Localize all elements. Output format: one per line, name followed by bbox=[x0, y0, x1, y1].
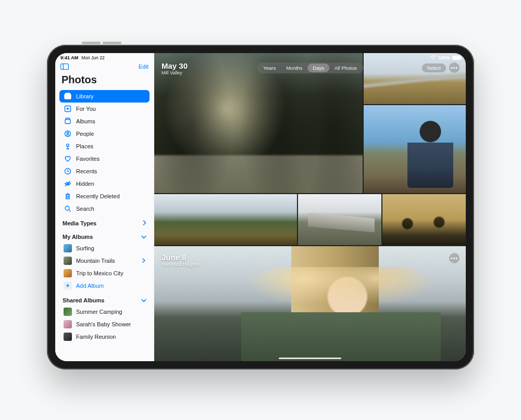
sidebar-nav: Library For You Albums bbox=[55, 90, 154, 215]
ellipsis-icon: ••• bbox=[451, 256, 458, 261]
photo-library-view: May 30 Mill Valley June 8 Hacienda Heigh… bbox=[154, 53, 466, 361]
plus-icon: + bbox=[64, 282, 72, 290]
my-albums-list: Surfing Mountain Trails Trip to Mexico C… bbox=[55, 242, 154, 292]
ellipsis-icon: ••• bbox=[451, 65, 458, 71]
nav-label: Recently Deleted bbox=[76, 193, 145, 199]
sidebar-item-places[interactable]: Places bbox=[59, 140, 150, 152]
album-label: Family Reunion bbox=[76, 334, 145, 340]
svg-line-11 bbox=[65, 181, 70, 186]
group-location: Hacienda Heights bbox=[162, 262, 199, 267]
sidebar: Edit Photos Library For You bbox=[55, 53, 154, 361]
svg-rect-3 bbox=[66, 93, 70, 94]
sidebar-item-albums[interactable]: Albums bbox=[59, 115, 150, 128]
svg-point-12 bbox=[65, 206, 69, 210]
photo-grid[interactable] bbox=[154, 53, 466, 361]
sidebar-item-search[interactable]: Search bbox=[59, 202, 150, 215]
section-title: Shared Albums bbox=[63, 297, 104, 303]
sidebar-edit-button[interactable]: Edit bbox=[139, 63, 148, 70]
nav-label: Recents bbox=[76, 168, 145, 174]
section-shared-albums[interactable]: Shared Albums bbox=[55, 292, 154, 306]
photo-tile[interactable] bbox=[364, 53, 466, 104]
sidebar-title: Photos bbox=[55, 74, 154, 90]
album-item-mountain-trails[interactable]: Mountain Trails bbox=[59, 254, 150, 267]
sidebar-item-recently-deleted[interactable]: Recently Deleted bbox=[59, 190, 150, 202]
album-thumb bbox=[64, 269, 72, 277]
group-header-2[interactable]: June 8 Hacienda Heights bbox=[162, 253, 199, 267]
segment-all-photos[interactable]: All Photos bbox=[329, 63, 362, 72]
chevron-right-icon bbox=[142, 258, 145, 264]
photos-app: Edit Photos Library For You bbox=[55, 53, 466, 361]
trash-icon bbox=[64, 192, 72, 200]
nav-label: For You bbox=[76, 106, 145, 112]
section-my-albums[interactable]: My Albums bbox=[55, 228, 154, 242]
favorites-icon bbox=[64, 155, 72, 163]
section-media-types[interactable]: Media Types bbox=[55, 215, 154, 228]
album-thumb bbox=[64, 244, 72, 252]
library-icon bbox=[64, 92, 72, 100]
chevron-right-icon bbox=[143, 220, 146, 226]
nav-label: Hidden bbox=[76, 181, 145, 187]
photo-tile[interactable] bbox=[298, 194, 381, 245]
hidden-icon bbox=[64, 180, 72, 188]
album-item-surfing[interactable]: Surfing bbox=[59, 242, 150, 254]
add-album-button[interactable]: + Add Album bbox=[59, 279, 150, 292]
svg-rect-2 bbox=[65, 94, 71, 99]
segment-months[interactable]: Months bbox=[281, 63, 307, 72]
album-thumb bbox=[64, 333, 72, 341]
home-indicator[interactable] bbox=[279, 358, 341, 360]
more-button[interactable]: ••• bbox=[449, 62, 460, 73]
sidebar-item-hidden[interactable]: Hidden bbox=[59, 177, 150, 190]
album-item-family-reunion[interactable]: Family Reunion bbox=[59, 330, 150, 343]
recents-icon bbox=[64, 167, 72, 175]
nav-label: Favorites bbox=[76, 156, 145, 162]
section-title: My Albums bbox=[63, 234, 93, 240]
group-header-1[interactable]: May 30 Mill Valley bbox=[162, 61, 188, 75]
album-label: Trip to Mexico City bbox=[76, 270, 145, 276]
ipad-device-frame: 9:41 AM Mon Jun 22 100% bbox=[47, 45, 474, 370]
nav-label: Places bbox=[76, 143, 145, 149]
albums-icon bbox=[64, 117, 72, 125]
svg-rect-0 bbox=[61, 64, 69, 70]
album-label: Summer Camping bbox=[76, 309, 145, 315]
group-more-button[interactable]: ••• bbox=[449, 253, 460, 263]
segment-days[interactable]: Days bbox=[307, 63, 329, 72]
foryou-icon bbox=[64, 105, 72, 113]
photo-tile[interactable] bbox=[364, 105, 466, 193]
album-item-baby-shower[interactable]: Sarah's Baby Shower bbox=[59, 318, 150, 330]
shared-albums-list: Summer Camping Sarah's Baby Shower Famil… bbox=[55, 306, 154, 343]
sidebar-item-for-you[interactable]: For You bbox=[59, 103, 150, 115]
svg-point-7 bbox=[67, 132, 69, 134]
sidebar-item-library[interactable]: Library bbox=[59, 90, 150, 103]
sidebar-item-recents[interactable]: Recents bbox=[59, 165, 150, 177]
album-label: Sarah's Baby Shower bbox=[76, 321, 145, 327]
nav-label: Library bbox=[76, 93, 145, 99]
nav-label: Search bbox=[76, 206, 145, 212]
view-segmented-control[interactable]: Years Months Days All Photos bbox=[257, 62, 363, 73]
photo-tile-hero[interactable] bbox=[154, 246, 466, 361]
sidebar-toggle-icon[interactable] bbox=[60, 63, 69, 70]
photo-tile[interactable] bbox=[154, 194, 297, 245]
chevron-down-icon bbox=[141, 234, 146, 240]
album-thumb bbox=[64, 308, 72, 316]
album-thumb bbox=[64, 320, 72, 328]
svg-point-8 bbox=[67, 144, 69, 147]
album-item-summer-camping[interactable]: Summer Camping bbox=[59, 306, 150, 318]
group-location: Mill Valley bbox=[162, 70, 188, 75]
screen: 9:41 AM Mon Jun 22 100% bbox=[55, 53, 466, 361]
photo-tile[interactable] bbox=[382, 194, 466, 245]
select-button[interactable]: Select bbox=[422, 63, 446, 72]
svg-rect-5 bbox=[65, 120, 70, 124]
section-title: Media Types bbox=[63, 220, 96, 226]
chevron-down-icon bbox=[141, 298, 146, 303]
nav-label: Albums bbox=[76, 118, 145, 124]
album-thumb bbox=[64, 257, 72, 265]
group-date: May 30 bbox=[162, 61, 188, 70]
sidebar-item-people[interactable]: People bbox=[59, 128, 150, 140]
nav-label: People bbox=[76, 131, 145, 137]
group-date: June 8 bbox=[162, 253, 199, 262]
top-right-controls: Select ••• bbox=[422, 62, 460, 73]
people-icon bbox=[64, 130, 72, 138]
album-item-mexico[interactable]: Trip to Mexico City bbox=[59, 267, 150, 279]
segment-years[interactable]: Years bbox=[258, 63, 281, 72]
sidebar-item-favorites[interactable]: Favorites bbox=[59, 152, 150, 165]
